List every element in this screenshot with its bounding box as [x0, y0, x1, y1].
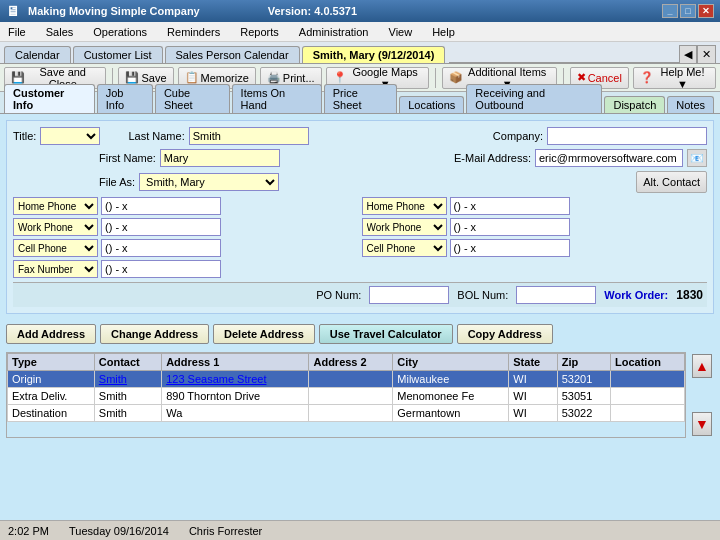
tab-smith-mary[interactable]: Smith, Mary (9/12/2014) [302, 46, 446, 63]
work-phone-right: Work Phone [362, 218, 708, 236]
work-order-value: 1830 [676, 288, 703, 302]
firstname-row: First Name: E-Mail Address: 📧 [13, 149, 707, 167]
memorize-label: Memorize [201, 72, 249, 84]
table-row[interactable]: Origin Smith 123 Seasame Street Milwauke… [8, 371, 685, 388]
company-input[interactable] [547, 127, 707, 145]
tab-items-on-hand[interactable]: Items On Hand [232, 84, 322, 113]
copy-address-button[interactable]: Copy Address [457, 324, 553, 344]
file-as-select[interactable]: Smith, Mary [139, 173, 279, 191]
title-label: Title: [13, 130, 36, 142]
version-label: Version: 4.0.5371 [268, 5, 357, 17]
menu-reminders[interactable]: Reminders [163, 24, 224, 40]
name-row: Title: Last Name: Company: [13, 127, 707, 145]
status-user: Chris Forrester [189, 525, 262, 537]
row-city: Germantown [393, 405, 509, 422]
cell-phone-type-left[interactable]: Cell Phone [13, 239, 98, 257]
work-phone-value-left[interactable] [101, 218, 221, 236]
po-input[interactable] [369, 286, 449, 304]
alt-contact-button[interactable]: Alt. Contact [636, 171, 707, 193]
cancel-label: Cancel [588, 72, 622, 84]
first-name-input[interactable] [160, 149, 280, 167]
row-state: WI [509, 388, 557, 405]
home-phone-left: Home Phone [13, 197, 359, 215]
tab-price-sheet[interactable]: Price Sheet [324, 84, 397, 113]
work-phone-type-right[interactable]: Work Phone [362, 218, 447, 236]
tab-pin-button[interactable]: ◀ [679, 45, 697, 63]
cell-phone-right: Cell Phone [362, 239, 708, 257]
help-label: Help Me! ▼ [656, 66, 709, 90]
home-phone-value-right[interactable] [450, 197, 570, 215]
first-name-label: First Name: [99, 152, 156, 164]
row-address2 [309, 388, 393, 405]
scroll-up-button[interactable]: ▲ [692, 354, 712, 378]
delete-address-button[interactable]: Delete Address [213, 324, 315, 344]
cell-phone-value-right[interactable] [450, 239, 570, 257]
fax-type[interactable]: Fax Number [13, 260, 98, 278]
row-state: WI [509, 371, 557, 388]
menu-operations[interactable]: Operations [89, 24, 151, 40]
col-contact: Contact [94, 354, 161, 371]
tab-receiving-outbound[interactable]: Receiving and Outbound [466, 84, 602, 113]
tab-dispatch[interactable]: Dispatch [604, 96, 665, 113]
tab-cube-sheet[interactable]: Cube Sheet [155, 84, 230, 113]
row-type: Origin [8, 371, 95, 388]
work-phone-value-right[interactable] [450, 218, 570, 236]
menu-sales[interactable]: Sales [42, 24, 78, 40]
row-type: Extra Deliv. [8, 388, 95, 405]
row-address1: 890 Thornton Drive [162, 388, 309, 405]
row-zip: 53051 [557, 388, 610, 405]
home-phone-type-left[interactable]: Home Phone [13, 197, 98, 215]
tab-notes[interactable]: Notes [667, 96, 714, 113]
travel-calculator-button[interactable]: Use Travel Calculator [319, 324, 453, 344]
company-label: Company: [493, 130, 543, 142]
row-address1: 123 Seasame Street [162, 371, 309, 388]
col-zip: Zip [557, 354, 610, 371]
row-location [611, 388, 685, 405]
tab-customer-info[interactable]: Customer Info [4, 84, 95, 113]
row-type: Destination [8, 405, 95, 422]
table-row[interactable]: Destination Smith Wa Germantown WI 53022 [8, 405, 685, 422]
help-button[interactable]: ❓ Help Me! ▼ [633, 67, 716, 89]
home-phone-type-right[interactable]: Home Phone [362, 197, 447, 215]
email-button[interactable]: 📧 [687, 149, 707, 167]
cell-phone-type-right[interactable]: Cell Phone [362, 239, 447, 257]
address-container: Type Contact Address 1 Address 2 City St… [6, 352, 714, 438]
minimize-button[interactable]: _ [662, 4, 678, 18]
email-input[interactable] [535, 149, 683, 167]
maximize-button[interactable]: □ [680, 4, 696, 18]
col-address1: Address 1 [162, 354, 309, 371]
row-address2 [309, 405, 393, 422]
po-row: PO Num: BOL Num: Work Order: 1830 [13, 282, 707, 307]
tab-job-info[interactable]: Job Info [97, 84, 153, 113]
add-address-button[interactable]: Add Address [6, 324, 96, 344]
menu-reports[interactable]: Reports [236, 24, 283, 40]
tab-customer-list[interactable]: Customer List [73, 46, 163, 63]
customer-info-tabs: Customer Info Job Info Cube Sheet Items … [0, 92, 720, 114]
tab-sales-person-calendar[interactable]: Sales Person Calendar [165, 46, 300, 63]
cell-phone-value-left[interactable] [101, 239, 221, 257]
fax-value[interactable] [101, 260, 221, 278]
fax-number-row: Fax Number [13, 260, 359, 278]
tab-close-button[interactable]: ✕ [697, 45, 716, 63]
bol-input[interactable] [516, 286, 596, 304]
change-address-button[interactable]: Change Address [100, 324, 209, 344]
tab-locations[interactable]: Locations [399, 96, 464, 113]
scroll-down-button[interactable]: ▼ [692, 412, 712, 436]
table-row[interactable]: Extra Deliv. Smith 890 Thornton Drive Me… [8, 388, 685, 405]
save-close-icon: 💾 [11, 71, 25, 84]
title-bar: 🖥 Making Moving Simple Company Version: … [0, 0, 720, 22]
address-table-wrap[interactable]: Type Contact Address 1 Address 2 City St… [6, 352, 686, 438]
title-select[interactable] [40, 127, 100, 145]
menu-view[interactable]: View [385, 24, 417, 40]
menu-file[interactable]: File [4, 24, 30, 40]
row-location [611, 405, 685, 422]
tab-calendar[interactable]: Calendar [4, 46, 71, 63]
menu-help[interactable]: Help [428, 24, 459, 40]
work-phone-type-left[interactable]: Work Phone [13, 218, 98, 236]
close-button[interactable]: ✕ [698, 4, 714, 18]
menu-administration[interactable]: Administration [295, 24, 373, 40]
col-location: Location [611, 354, 685, 371]
work-phone-left: Work Phone [13, 218, 359, 236]
last-name-input[interactable] [189, 127, 309, 145]
home-phone-value-left[interactable] [101, 197, 221, 215]
